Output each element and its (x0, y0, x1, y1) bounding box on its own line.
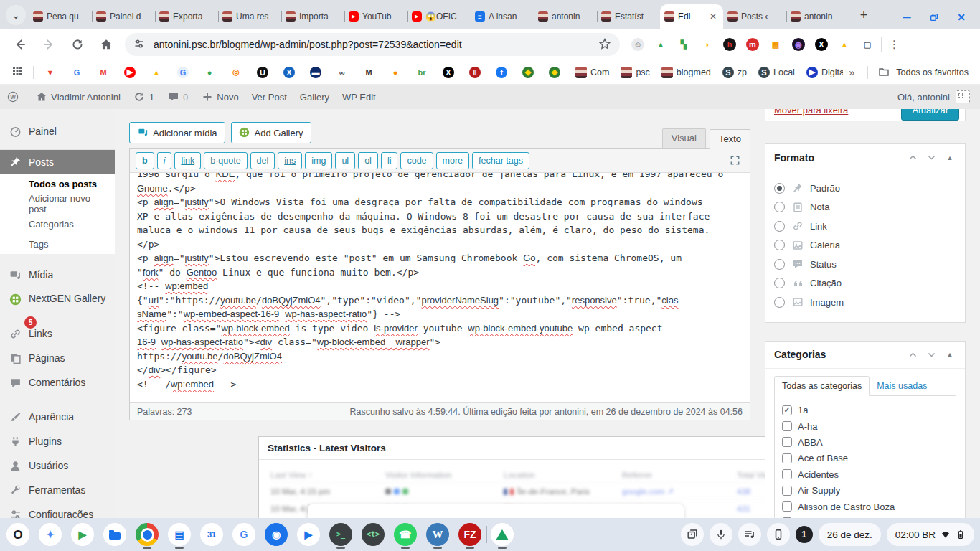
referrer-link[interactable]: google.com ↗ (622, 487, 674, 496)
format-option[interactable]: Imagem (774, 293, 956, 312)
reload-button[interactable] (69, 36, 86, 53)
bookmark-item[interactable]: psc (617, 65, 653, 80)
checkbox[interactable] (782, 469, 792, 479)
bookmark-item[interactable]: G (174, 65, 196, 80)
tab-most-used[interactable]: Mais usadas (870, 377, 934, 395)
browser-tab[interactable]: Pena qu (29, 4, 92, 29)
admin-bar-item[interactable]: 1 (127, 85, 161, 109)
category-option[interactable]: Air Supply (782, 482, 956, 498)
browser-menu-icon[interactable] (889, 38, 900, 51)
bookmark-item[interactable]: ● (200, 65, 222, 80)
quicktag-button[interactable]: del (250, 152, 275, 169)
extension-icon[interactable]: ▦ (769, 38, 782, 51)
bookmark-item[interactable]: M (94, 65, 116, 80)
radio-button[interactable] (774, 183, 785, 194)
tab-texto[interactable]: Texto (710, 129, 750, 149)
move-to-trash-link[interactable]: Mover para lixeira (774, 109, 848, 116)
forward-button[interactable] (40, 36, 57, 53)
format-option[interactable]: Link (774, 217, 956, 236)
sidebar-item[interactable]: NextGEN Gallery 5 (0, 287, 115, 321)
shelf-utility-button[interactable] (767, 523, 790, 546)
quicktag-button[interactable]: i (157, 152, 172, 169)
bookmark-item[interactable]: ◈ (545, 65, 567, 80)
collapse-toggle-icon[interactable] (943, 152, 956, 164)
shelf-app-button[interactable]: ▶ (296, 520, 321, 549)
format-option[interactable]: Citação (774, 274, 956, 293)
bookmark-item[interactable]: f (492, 65, 514, 80)
shelf-app-button[interactable]: G (232, 520, 256, 549)
bookmark-item[interactable]: ∞ (333, 65, 355, 80)
shelf-app-button[interactable] (135, 520, 159, 549)
add-gallery-button[interactable]: Add Gallery (231, 122, 311, 143)
shelf-app-button[interactable] (490, 520, 514, 549)
sidebar-item[interactable]: Posts (0, 149, 115, 174)
sidebar-item[interactable]: Aparência (0, 405, 115, 429)
browser-tab[interactable]: antonin (534, 4, 597, 29)
move-up-icon[interactable] (906, 152, 919, 164)
sidebar-item[interactable]: Links (0, 321, 115, 346)
admin-bar-item[interactable]: W (0, 85, 29, 109)
close-window-button[interactable] (956, 11, 967, 23)
category-option[interactable]: ABBA (782, 434, 956, 450)
extension-icon[interactable]: ▢ (861, 38, 874, 51)
move-up-icon[interactable] (906, 349, 919, 360)
admin-bar-item[interactable]: Vladimir Antonini (29, 85, 127, 109)
sidebar-item[interactable]: Configurações (0, 502, 115, 518)
home-button[interactable] (98, 36, 115, 53)
extension-icon[interactable]: h (723, 38, 736, 51)
shelf-app-button[interactable]: ✦ (38, 520, 62, 549)
radio-button[interactable] (774, 259, 785, 270)
collapse-toggle-icon[interactable] (943, 349, 956, 360)
browser-tab[interactable]: Exporta (155, 4, 218, 29)
post-content-textarea[interactable]: 1996 surgiu o KDE, que foi o primeiro pr… (130, 173, 750, 402)
url-text[interactable]: antonini.psc.br/blogmed/wp-admin/post.ph… (154, 39, 598, 50)
shelf-app-button[interactable]: <t> (361, 520, 385, 549)
add-media-button[interactable]: Adicionar mídia (129, 122, 225, 143)
admin-bar-item[interactable]: WP Edit (336, 85, 382, 109)
bookmark-item[interactable]: ▶ Digital Collections -... (803, 65, 843, 80)
bookmark-item[interactable]: Com (572, 65, 613, 80)
format-option[interactable]: Status (774, 255, 956, 274)
browser-tab[interactable]: A insan (471, 4, 534, 29)
quicktag-button[interactable]: ul (335, 152, 355, 169)
browser-tab[interactable]: Importa (281, 4, 344, 29)
format-metabox-header[interactable]: Formato (765, 144, 965, 171)
shelf-app-button[interactable]: ▤ (167, 520, 192, 549)
extension-icon[interactable]: m (746, 38, 759, 51)
sidebar-item[interactable]: Mídia (0, 263, 115, 287)
bookmark-item[interactable]: ◎ (227, 65, 249, 80)
move-down-icon[interactable] (925, 349, 938, 360)
admin-bar-item[interactable]: 0 (161, 85, 194, 109)
quicktag-button[interactable]: fechar tags (472, 152, 529, 169)
sidebar-item[interactable]: Comentários (0, 370, 115, 395)
bookmark-item[interactable]: ◈ (519, 65, 541, 80)
browser-tab[interactable]: Edi (660, 4, 723, 29)
status-tray[interactable]: 02:00 BR (887, 523, 974, 546)
extension-icon[interactable]: ▲ (654, 38, 667, 51)
quicktag-button[interactable]: b (136, 152, 154, 169)
tab-search-button[interactable] (6, 5, 26, 25)
bookmark-item[interactable]: ‖ (466, 65, 488, 80)
tab-close-icon[interactable] (707, 11, 719, 22)
bookmark-item[interactable]: G (67, 65, 90, 80)
browser-tab[interactable]: YouTub (344, 4, 407, 29)
bookmark-item[interactable]: M (359, 65, 382, 80)
extension-icon[interactable]: ▚ (677, 38, 690, 51)
format-option[interactable]: Padrão (774, 179, 956, 198)
sidebar-item[interactable]: Painel (0, 119, 115, 143)
extension-icon[interactable]: ▲ (838, 38, 851, 51)
sidebar-item[interactable]: Tags (0, 234, 115, 254)
format-option[interactable]: Nota (774, 198, 956, 217)
admin-bar-item[interactable]: Ver Post (245, 85, 293, 109)
sidebar-item[interactable]: Ferramentas (0, 478, 115, 502)
views-link[interactable]: 438 (737, 487, 750, 496)
shelf-app-button[interactable]: ◉ (264, 520, 288, 549)
browser-tab[interactable]: antonin (786, 4, 849, 29)
bookmark-item[interactable]: U (253, 65, 275, 80)
bookmark-item[interactable]: ▲ (147, 65, 169, 80)
quicktag-button[interactable]: more (436, 152, 469, 169)
quicktag-button[interactable]: ol (358, 152, 378, 169)
extension-icon[interactable]: ☺ (631, 38, 644, 51)
checkbox[interactable] (782, 453, 792, 463)
apps-grid-icon[interactable] (11, 65, 26, 80)
